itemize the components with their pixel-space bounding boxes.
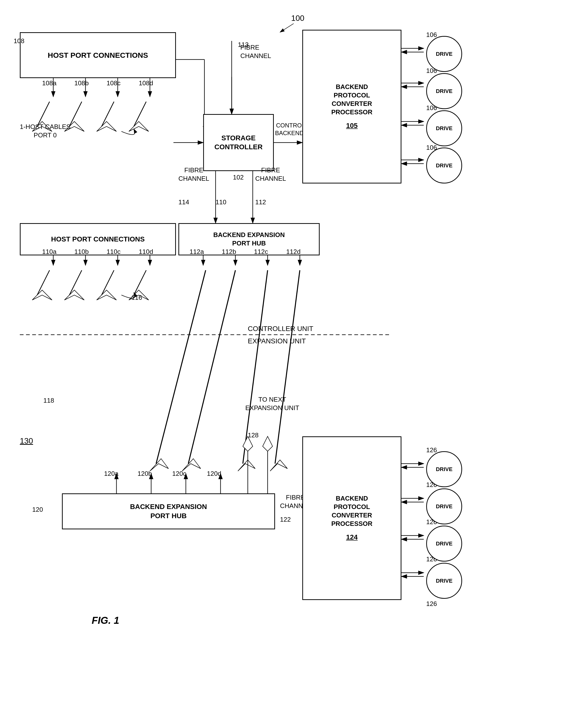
ref-120: 120 [32, 506, 43, 513]
ref-114: 114 [178, 198, 189, 206]
backend-protocol-top: BACKEND PROTOCOL CONVERTER PROCESSOR 105 [302, 30, 401, 183]
ref-108a: 108a [42, 79, 57, 87]
svg-marker-38 [32, 290, 52, 300]
ref-120d: 120d [207, 470, 221, 477]
svg-marker-74 [262, 436, 273, 451]
drive-top-1: DRIVE [426, 36, 462, 72]
backend-expansion-bottom: BACKEND EXPANSION PORT HUB [62, 493, 275, 529]
diagram-svg [0, 0, 588, 719]
backend-protocol-bottom: BACKEND PROTOCOL CONVERTER PROCESSOR 124 [302, 436, 401, 600]
ref-120c: 120c [172, 470, 186, 477]
svg-marker-28 [129, 122, 149, 131]
diagram: 100 HOST PORT CONNECTIONS 108 113 FIBRE … [0, 0, 588, 719]
svg-line-23 [69, 102, 82, 126]
ref-100: 100 [291, 14, 304, 23]
ref-112c: 112c [254, 248, 268, 255]
drive-bottom-1: DRIVE [426, 451, 462, 487]
to-next-expansion: TO NEXT EXPANSION UNIT [245, 395, 299, 412]
ref-126-last: 126 [426, 600, 437, 608]
controller-unit-label: CONTROLLER UNIT [248, 325, 313, 333]
ref-122: 122 [280, 516, 291, 523]
drive-top-3: DRIVE [426, 110, 462, 146]
drive-bottom-2: DRIVE [426, 488, 462, 525]
svg-line-25 [102, 102, 114, 126]
ref-110a: 110a [42, 248, 57, 255]
svg-line-37 [37, 270, 49, 295]
ref-110c: 110c [107, 248, 121, 255]
ref-130: 130 [20, 436, 33, 446]
svg-line-51 [188, 270, 235, 464]
ref-108b: 108b [74, 79, 89, 87]
fibre-channel-label-3: FIBRE CHANNEL [255, 166, 286, 183]
ref-112b: 112b [222, 248, 236, 255]
ref-108: 108 [14, 37, 24, 45]
ref-120b: 120b [138, 470, 152, 477]
drive-bottom-3: DRIVE [426, 526, 462, 561]
ref-112d: 112d [286, 248, 300, 255]
svg-line-41 [102, 270, 114, 295]
ref-106-1: 106 [426, 31, 437, 39]
svg-marker-54 [238, 460, 255, 471]
ref-110d: 110d [139, 248, 153, 255]
ref-108c: 108c [107, 79, 121, 87]
fig-label: FIG. 1 [92, 615, 119, 626]
ref-110: 110 [215, 198, 226, 206]
storage-controller: STORAGE CONTROLLER [203, 114, 274, 171]
host-cables-label: 1-HOST CABLES PORT 0 [20, 123, 70, 140]
svg-marker-52 [182, 459, 201, 471]
expansion-unit-label: EXPANSION UNIT [248, 337, 306, 345]
ref-102: 102 [233, 173, 244, 181]
drive-top-2: DRIVE [426, 73, 462, 109]
drive-bottom-4: DRIVE [426, 563, 462, 599]
svg-line-55 [275, 270, 300, 464]
host-port-connections-top: HOST PORT CONNECTIONS [20, 32, 176, 78]
svg-line-3 [280, 24, 294, 32]
svg-marker-50 [150, 459, 168, 471]
ref-128: 128 [248, 431, 258, 439]
ref-116-2: 116 [131, 294, 142, 302]
ref-120a: 120a [104, 470, 119, 477]
ref-124: 124 [331, 533, 373, 542]
ref-108d: 108d [139, 79, 153, 87]
svg-marker-40 [64, 290, 84, 300]
drive-top-4: DRIVE [426, 147, 462, 183]
svg-line-49 [156, 270, 206, 464]
svg-marker-42 [97, 290, 117, 300]
svg-line-27 [134, 102, 146, 126]
svg-marker-56 [270, 460, 288, 471]
svg-line-39 [69, 270, 82, 295]
ref-118: 118 [43, 397, 54, 404]
ref-110b: 110b [74, 248, 89, 255]
ref-112: 112 [255, 198, 266, 206]
ref-112a: 112a [190, 248, 204, 255]
fibre-channel-label-2: FIBRE CHANNEL [178, 166, 209, 183]
svg-line-43 [134, 270, 146, 295]
svg-marker-26 [97, 122, 117, 131]
ref-126-1: 126 [426, 446, 437, 454]
fibre-channel-label-1: FIBRE CHANNEL [240, 43, 271, 60]
ref-105: 105 [331, 121, 373, 130]
